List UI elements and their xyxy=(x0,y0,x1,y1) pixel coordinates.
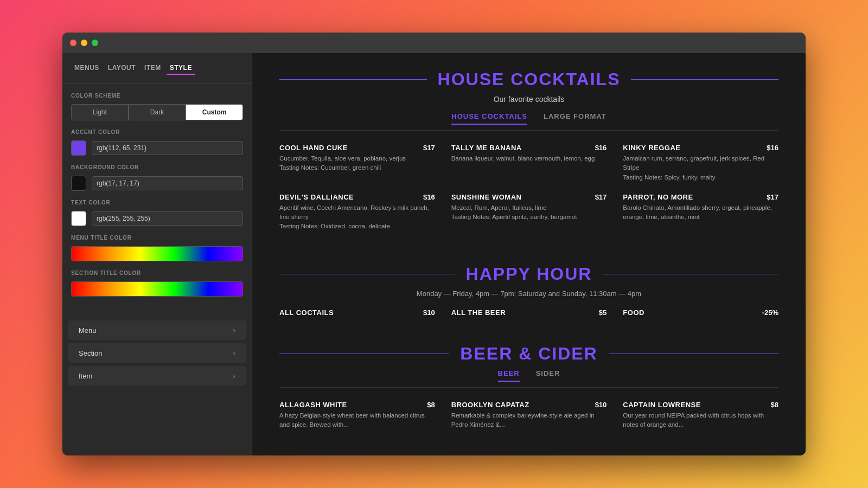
tab-beer[interactable]: BEER xyxy=(498,369,520,382)
happy-hour-line-right xyxy=(603,274,778,274)
close-dot[interactable] xyxy=(70,40,76,46)
nav-item-section[interactable]: Section › xyxy=(68,343,246,363)
simple-price-0: $10 xyxy=(423,309,435,317)
simple-name-2: FOOD xyxy=(623,309,644,317)
house-cocktails-title: HOUSE COCKTAILS xyxy=(427,69,631,89)
color-scheme-section: COLOR SCHEME Light Dark Custom xyxy=(62,93,252,129)
tab-sider[interactable]: SIDER xyxy=(536,369,560,382)
accent-color-swatch[interactable] xyxy=(71,140,86,156)
item-header-3: DEVIL'S DALLIANCE $16 xyxy=(279,193,435,201)
menu-item-0: COOL HAND CUKE $17 Cucumber, Tequila, al… xyxy=(279,144,435,182)
sidebar-tabs: MENUS LAYOUT ITEM STYLE xyxy=(62,62,252,84)
background-color-swatch[interactable] xyxy=(71,176,86,191)
item-header-2: KINKY REGGAE $16 xyxy=(623,144,778,152)
color-scheme-label: COLOR SCHEME xyxy=(71,93,243,99)
item-header-1: TALLY ME BANANA $16 xyxy=(451,144,607,152)
tab-layout[interactable]: LAYOUT xyxy=(105,62,139,75)
item-name-4: SUNSHINE WOMAN xyxy=(451,193,522,201)
menu-item-5: PARROT, NO MORE $17 Barolo Chinato, Amon… xyxy=(623,193,778,232)
accent-color-section: ACCENT COLOR rgb(112, 65, 231) xyxy=(62,129,252,164)
section-title-color-section: SECTION TITLE COLOR xyxy=(62,270,252,305)
scheme-custom[interactable]: Custom xyxy=(186,104,243,120)
maximize-dot[interactable] xyxy=(92,40,98,46)
nav-item-menu[interactable]: Menu › xyxy=(68,320,246,340)
happy-hour-item-2: FOOD -25% xyxy=(623,309,778,317)
item-name-3: DEVIL'S DALLIANCE xyxy=(279,193,354,201)
sidebar-divider xyxy=(71,312,243,312)
beer-item-desc-1: Remarkable & complex barleywine-style al… xyxy=(451,411,607,430)
minimize-dot[interactable] xyxy=(81,40,87,46)
item-desc-4: Mezcal, Rum, Aperol, Italicus, limeTasti… xyxy=(451,203,607,222)
beer-cider-section: BEER & CIDER BEER SIDER ALLAGASH WHITE $… xyxy=(252,328,806,446)
item-name-5: PARROT, NO MORE xyxy=(623,193,693,201)
color-scheme-buttons: Light Dark Custom xyxy=(71,104,243,120)
item-desc-2: Jamaican rum, serrano, grapefruit, jerk … xyxy=(623,154,778,182)
content-area: MENUS LAYOUT ITEM STYLE COLOR SCHEME Lig… xyxy=(62,53,806,455)
menu-title-color-label: MENU TITLE COLOR xyxy=(71,235,243,241)
beer-item-header-2: CAPTAIN LOWRENSE $8 xyxy=(623,401,778,409)
item-header-4: SUNSHINE WOMAN $17 xyxy=(451,193,607,201)
background-color-row: rgb(17, 17, 17) xyxy=(71,176,243,191)
menu-title-color-picker[interactable] xyxy=(71,246,243,261)
beer-item-price-1: $10 xyxy=(595,401,607,409)
menu-item-4: SUNSHINE WOMAN $17 Mezcal, Rum, Aperol, … xyxy=(451,193,607,232)
sidebar: MENUS LAYOUT ITEM STYLE COLOR SCHEME Lig… xyxy=(62,53,252,455)
accent-color-label: ACCENT COLOR xyxy=(71,129,243,135)
item-desc-3: Aperitif wine, Cocchi Americano, Rockey'… xyxy=(279,203,435,232)
tab-house-cocktails[interactable]: HOUSE COCKTAILS xyxy=(451,112,527,125)
simple-name-1: ALL THE BEER xyxy=(451,309,506,317)
happy-hour-item-0: ALL COCTAILS $10 xyxy=(279,309,435,317)
tab-menus[interactable]: MENUS xyxy=(71,62,103,75)
nav-menu-arrow: › xyxy=(233,326,235,335)
simple-name-0: ALL COCTAILS xyxy=(279,309,334,317)
happy-hour-items: ALL COCTAILS $10 ALL THE BEER $5 FOOD -2… xyxy=(279,309,778,317)
text-color-swatch[interactable] xyxy=(71,211,86,226)
background-color-value[interactable]: rgb(17, 17, 17) xyxy=(92,176,243,190)
beer-item-1: BROOKLYN CAPATAZ $10 Remarkable & comple… xyxy=(451,401,607,430)
item-price-2: $16 xyxy=(767,144,778,152)
beer-item-header-1: BROOKLYN CAPATAZ $10 xyxy=(451,401,607,409)
beer-item-2: CAPTAIN LOWRENSE $8 Our year round NEIPA… xyxy=(623,401,778,430)
section-title-color-picker[interactable] xyxy=(71,281,243,297)
beer-item-name-2: CAPTAIN LOWRENSE xyxy=(623,401,701,409)
section-title-color-label: SECTION TITLE COLOR xyxy=(71,270,243,276)
text-color-row: rgb(255, 255, 255) xyxy=(71,211,243,226)
tab-large-format[interactable]: LARGE FORMAT xyxy=(544,112,607,125)
beer-item-name-0: ALLAGASH WHITE xyxy=(279,401,347,409)
item-name-2: KINKY REGGAE xyxy=(623,144,680,152)
scheme-dark[interactable]: Dark xyxy=(129,104,186,120)
beer-item-price-0: $8 xyxy=(427,401,435,409)
background-color-section: BACKGROUND COLOR rgb(17, 17, 17) xyxy=(62,164,252,200)
item-desc-5: Barolo Chinato, Amontillado sherry, orge… xyxy=(623,203,778,222)
nav-item-item[interactable]: Item › xyxy=(68,366,246,386)
tab-item[interactable]: ITEM xyxy=(141,62,164,75)
beer-cider-line-left xyxy=(279,354,449,354)
happy-hour-header: HAPPY HOUR xyxy=(279,264,778,284)
happy-hour-section: HAPPY HOUR Monday — Friday, 4pm — 7pm; S… xyxy=(252,248,806,328)
accent-color-row: rgb(112, 65, 231) xyxy=(71,140,243,156)
accent-color-value[interactable]: rgb(112, 65, 231) xyxy=(92,141,243,155)
item-name-0: COOL HAND CUKE xyxy=(279,144,348,152)
house-cocktails-header: HOUSE COCKTAILS xyxy=(279,69,778,89)
happy-hour-line-left xyxy=(279,274,455,274)
item-price-4: $17 xyxy=(595,193,607,201)
item-name-1: TALLY ME BANANA xyxy=(451,144,522,152)
item-header-0: COOL HAND CUKE $17 xyxy=(279,144,435,152)
beer-cider-line-right xyxy=(609,354,778,354)
beer-item-desc-2: Our year round NEIPA packed with citrus … xyxy=(623,411,778,430)
scheme-light[interactable]: Light xyxy=(71,104,129,120)
item-price-1: $16 xyxy=(595,144,607,152)
nav-item-label: Item xyxy=(79,372,92,380)
tab-style[interactable]: STYLE xyxy=(167,62,195,75)
house-cocktails-subtitle: Our favorite cocktails xyxy=(279,95,778,104)
text-color-value[interactable]: rgb(255, 255, 255) xyxy=(92,211,243,226)
beer-item-0: ALLAGASH WHITE $8 A hazy Belgian-style w… xyxy=(279,401,435,430)
section-line-right xyxy=(631,79,778,80)
beer-item-price-2: $8 xyxy=(771,401,778,409)
item-header-5: PARROT, NO MORE $17 xyxy=(623,193,778,201)
menu-item-3: DEVIL'S DALLIANCE $16 Aperitif wine, Coc… xyxy=(279,193,435,232)
house-cocktails-tabs: HOUSE COCKTAILS LARGE FORMAT xyxy=(279,112,778,131)
beer-item-header-0: ALLAGASH WHITE $8 xyxy=(279,401,435,409)
menu-item-2: KINKY REGGAE $16 Jamaican rum, serrano, … xyxy=(623,144,778,182)
item-price-0: $17 xyxy=(423,144,435,152)
